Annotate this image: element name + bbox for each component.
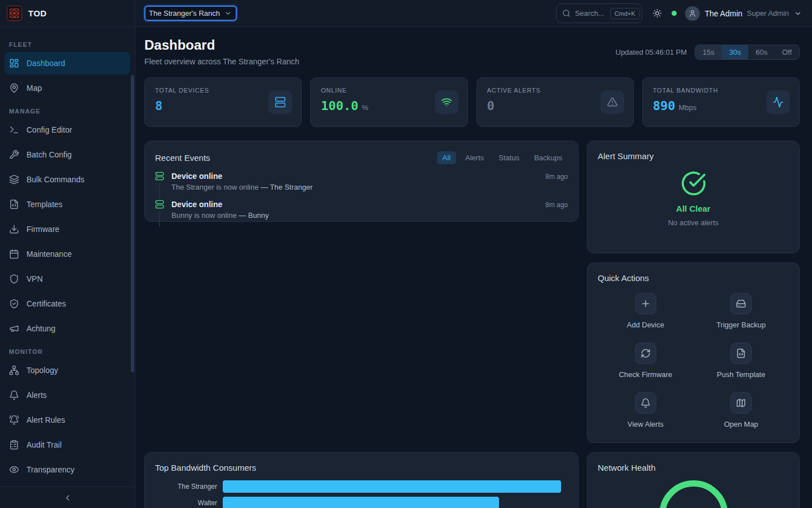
- stat-unit: %: [361, 103, 368, 112]
- updated-timestamp: Updated 05:46:01 PM: [616, 48, 687, 56]
- tab-backups[interactable]: Backups: [528, 151, 568, 164]
- stat-card-total-devices: TOTAL DEVICES 8: [144, 77, 302, 127]
- sidebar-scrollbar[interactable]: [131, 75, 134, 373]
- bandwidth-bar: [223, 480, 561, 493]
- bandwidth-bar: [223, 497, 499, 508]
- status-dot: [672, 11, 677, 16]
- brand[interactable]: TOD: [0, 0, 135, 27]
- eye-icon: [9, 465, 19, 475]
- topbar: TOD The Stranger's Ranch Cmd+K The Admin…: [0, 0, 812, 27]
- recent-events-title: Recent Events: [155, 153, 210, 163]
- quick-action-view-alerts[interactable]: View Alerts: [598, 392, 694, 428]
- sidebar-item-vpn[interactable]: VPN: [5, 268, 130, 290]
- refresh-off-button[interactable]: Off: [775, 45, 799, 59]
- refresh-30s-button[interactable]: 30s: [722, 45, 748, 59]
- bell-icon: [635, 392, 656, 414]
- network-health-gauge: 100: [659, 480, 728, 508]
- sidebar-item-label: Templates: [27, 200, 63, 209]
- sidebar-item-dashboard[interactable]: Dashboard: [5, 52, 130, 75]
- site-selector[interactable]: The Stranger's Ranch: [144, 6, 237, 21]
- stat-value: 8: [155, 99, 162, 113]
- sidebar-item-alerts[interactable]: Alerts: [5, 384, 130, 406]
- sidebar-item-topology[interactable]: Topology: [5, 359, 130, 382]
- stat-value: 100.0: [321, 99, 358, 113]
- stat-unit: Mbps: [679, 103, 697, 112]
- sidebar: FLEET Dashboard Map MANAGE Config Editor…: [0, 27, 135, 508]
- map-icon: [730, 392, 752, 414]
- quick-action-label: Check Firmware: [619, 370, 672, 379]
- alert-detail: No active alerts: [668, 218, 719, 227]
- sidebar-item-achtung[interactable]: Achtung: [5, 317, 130, 340]
- event-row: Device online 8m ago The Stranger is now…: [155, 172, 568, 199]
- network-icon: [9, 365, 19, 375]
- search-input[interactable]: [575, 9, 610, 17]
- file-code-icon: [730, 343, 752, 364]
- event-title: Device online: [171, 172, 222, 181]
- refresh-icon: [635, 343, 656, 364]
- sidebar-item-label: VPN: [27, 274, 43, 283]
- quick-action-push-template[interactable]: Push Template: [694, 343, 789, 379]
- server-icon: [155, 200, 164, 209]
- quick-action-label: View Alerts: [628, 420, 664, 428]
- quick-action-label: Open Map: [724, 420, 758, 428]
- alert-triangle-icon: [601, 90, 624, 114]
- layout-dashboard-icon: [9, 58, 19, 68]
- page-subtitle: Fleet overview across The Stranger's Ran…: [144, 57, 299, 66]
- sidebar-item-label: Transparency: [27, 465, 74, 474]
- quick-action-check-firmware[interactable]: Check Firmware: [598, 343, 694, 379]
- bandwidth-device-label: The Stranger: [155, 483, 223, 491]
- quick-action-trigger-backup[interactable]: Trigger Backup: [694, 293, 789, 329]
- stat-value: 0: [487, 99, 495, 113]
- sidebar-item-label: Config Editor: [27, 125, 72, 134]
- recent-events-panel: Recent Events All Alerts Status Backups: [144, 141, 579, 222]
- tab-all[interactable]: All: [437, 151, 456, 164]
- sidebar-collapse-button[interactable]: [0, 487, 135, 508]
- sidebar-item-label: Batch Config: [27, 150, 72, 159]
- quick-action-open-map[interactable]: Open Map: [694, 392, 789, 428]
- quick-actions-panel: Quick Actions Add Device Trigger Backup: [587, 262, 800, 443]
- search-box[interactable]: Cmd+K: [556, 3, 642, 23]
- quick-action-add-device[interactable]: Add Device: [598, 293, 694, 329]
- tab-status[interactable]: Status: [493, 151, 525, 164]
- sun-icon[interactable]: [652, 8, 662, 18]
- avatar[interactable]: [685, 6, 700, 21]
- sidebar-item-transparency[interactable]: Transparency: [5, 458, 130, 481]
- stat-card-total-bandwidth: TOTAL BANDWIDTH 890 Mbps: [642, 77, 800, 127]
- server-icon: [155, 172, 164, 181]
- sidebar-item-certificates[interactable]: Certificates: [5, 292, 130, 315]
- quick-action-label: Trigger Backup: [716, 321, 766, 329]
- sidebar-item-firmware[interactable]: Firmware: [5, 218, 130, 240]
- sidebar-item-batch-config[interactable]: Batch Config: [5, 143, 130, 166]
- sidebar-item-config-editor[interactable]: Config Editor: [5, 119, 130, 141]
- wifi-icon: [435, 90, 458, 114]
- alert-status: All Clear: [676, 204, 710, 213]
- shield-check-icon: [9, 299, 19, 309]
- terminal-icon: [9, 125, 19, 135]
- stat-card-active-alerts: ACTIVE ALERTS 0: [476, 77, 634, 127]
- alert-summary-title: Alert Summary: [598, 151, 789, 161]
- main-content: Dashboard Fleet overview across The Stra…: [135, 27, 812, 508]
- sidebar-item-bulk-commands[interactable]: Bulk Commands: [5, 168, 130, 191]
- sidebar-item-label: Firmware: [27, 225, 59, 234]
- event-description: The Stranger is now online — The Strange…: [171, 183, 568, 191]
- network-health-title: Network Health: [598, 463, 789, 472]
- sidebar-item-label: Certificates: [27, 299, 66, 308]
- tab-alerts[interactable]: Alerts: [460, 151, 489, 164]
- refresh-15s-button[interactable]: 15s: [695, 45, 722, 59]
- sidebar-item-alert-rules[interactable]: Alert Rules: [5, 409, 130, 431]
- user-menu-chevron-icon[interactable]: [794, 10, 802, 17]
- sidebar-item-label: Alert Rules: [27, 415, 65, 424]
- refresh-60s-button[interactable]: 60s: [748, 45, 775, 59]
- sidebar-item-label: Maintenance: [27, 249, 72, 259]
- sidebar-item-templates[interactable]: Templates: [5, 193, 130, 216]
- event-description: Bunny is now online — Bunny: [171, 211, 568, 220]
- check-circle-icon: [681, 170, 707, 196]
- sidebar-item-audit-trail[interactable]: Audit Trail: [5, 433, 130, 456]
- activity-icon: [766, 90, 790, 114]
- sidebar-item-map[interactable]: Map: [5, 77, 130, 99]
- sidebar-item-maintenance[interactable]: Maintenance: [5, 243, 130, 265]
- network-health-panel: Network Health 100: [587, 452, 800, 508]
- bell-ring-icon: [9, 415, 19, 425]
- quick-actions-title: Quick Actions: [598, 273, 789, 283]
- stat-value: 890: [653, 99, 676, 113]
